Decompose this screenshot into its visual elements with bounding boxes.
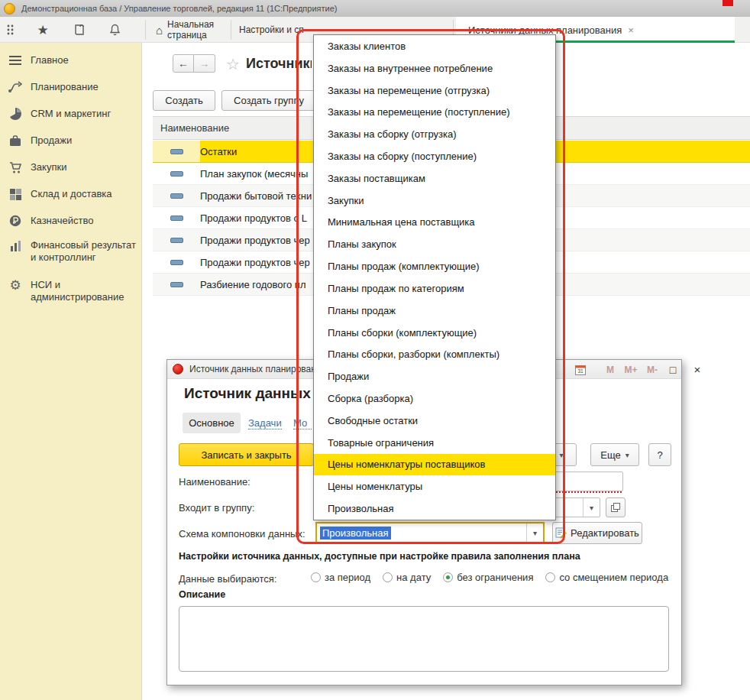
scheme-value: Произвольная <box>320 527 391 540</box>
sidebar-item-crm[interactable]: CRM и маркетинг <box>0 106 142 122</box>
forward-button[interactable]: → <box>194 54 215 73</box>
sidebar-item-planning[interactable]: Планирование <box>0 79 142 95</box>
name-field-label: Наименование: <box>179 476 251 488</box>
dropdown-item[interactable]: Произвольная <box>314 497 555 520</box>
description-label: Описание <box>179 589 225 600</box>
forward-arrow-icon: → <box>199 57 210 70</box>
dropdown-item-highlighted[interactable]: Цены номенклатуры поставщиков <box>314 454 555 476</box>
dropdown-item[interactable]: Заказы на сборку (поступление) <box>314 145 555 167</box>
calendar-icon[interactable]: 31 <box>574 362 587 377</box>
help-button[interactable]: ? <box>648 443 671 466</box>
sidebar-item-admin[interactable]: ⚙ НСИ и администрирование <box>0 277 142 303</box>
create-button[interactable]: Создать <box>153 90 215 111</box>
sections-sidebar: Главное Планирование CRM и маркетинг Про… <box>0 43 142 700</box>
data-source-icon <box>170 238 183 243</box>
cart-icon <box>8 160 23 175</box>
more-actions-button[interactable]: Еще ▾ <box>590 443 639 466</box>
dropdown-item[interactable]: Закупки <box>314 190 555 212</box>
scheme-combobox[interactable]: Произвольная ▾ <box>315 522 545 544</box>
description-textarea[interactable] <box>179 606 669 672</box>
data-source-icon <box>170 171 183 177</box>
data-select-label: Данные выбираются: <box>179 573 276 585</box>
dropdown-item[interactable]: Свободные остатки <box>314 410 555 432</box>
dialog-tab-main[interactable]: Основное <box>183 413 241 433</box>
dropdown-item[interactable]: Планы закупок <box>314 233 555 255</box>
memory-m-minus-button[interactable]: M- <box>642 362 662 377</box>
tab-settings-label: Настройки и сп <box>239 24 304 35</box>
edit-scheme-button[interactable]: Редактировать <box>552 522 642 544</box>
dropdown-item[interactable]: Заказы на сборку (отгрузка) <box>314 123 555 145</box>
dropdown-item[interactable]: Планы продаж <box>314 300 555 322</box>
tab-home[interactable]: ⌂ Начальная страница <box>148 17 231 43</box>
sidebar-item-treasury[interactable]: Казначейство <box>0 213 142 228</box>
service-menu-icon[interactable] <box>3 21 21 39</box>
radio-со-смещением-периода[interactable]: со смещением периода <box>545 572 668 583</box>
radio-за-период[interactable]: за период <box>311 572 370 583</box>
data-source-icon <box>170 282 183 287</box>
bar-chart-icon <box>8 238 23 253</box>
radio-circle <box>311 572 321 582</box>
sidebar-item-main[interactable]: Главное <box>0 53 142 68</box>
sidebar-item-purchases[interactable]: Закупки <box>0 160 142 175</box>
sidebar-item-sales[interactable]: Продажи <box>0 133 142 148</box>
nav-buttons: ← → <box>173 54 215 73</box>
gear-icon: ⚙ <box>8 277 23 293</box>
caret-down-icon: ▾ <box>626 451 629 459</box>
toolbar-divider <box>145 20 146 40</box>
planning-icon <box>8 79 23 95</box>
memory-m-button[interactable]: M <box>603 362 618 377</box>
dialog-tab-more[interactable]: Мо <box>293 417 312 429</box>
row-label: Остатки <box>200 146 237 157</box>
dots-grid-icon <box>7 24 18 35</box>
sidebar-item-warehouse[interactable]: Склад и доставка <box>0 186 142 202</box>
radio-без-ограничения[interactable]: без ограничения <box>443 572 533 583</box>
dialog-close-button[interactable]: × <box>682 362 713 377</box>
close-button-fragment[interactable] <box>723 0 733 6</box>
radio-circle <box>383 572 393 582</box>
group-dropdown-arrow[interactable]: ▾ <box>583 498 600 517</box>
briefcase-icon <box>8 133 23 148</box>
window-titlebar: Демонстрационная база / Управление торго… <box>0 0 750 17</box>
notifications-bell-icon[interactable] <box>105 21 124 39</box>
svg-text:31: 31 <box>577 368 584 374</box>
favorite-star-icon[interactable]: ☆ <box>226 55 240 73</box>
sidebar-item-finance[interactable]: Финансовый результат и контроллинг <box>0 238 142 264</box>
row-label: Продажи продуктов чер <box>200 235 310 246</box>
back-button[interactable]: ← <box>173 54 194 73</box>
history-icon[interactable] <box>70 21 89 39</box>
data-source-icon <box>170 260 183 265</box>
dropdown-item[interactable]: Сборка (разборка) <box>314 387 555 410</box>
dropdown-item[interactable]: Продажи <box>314 365 555 387</box>
group-open-button[interactable] <box>606 497 626 517</box>
dropdown-item[interactable]: Заказы клиентов <box>314 35 555 57</box>
tab-close-icon[interactable]: × <box>628 24 634 36</box>
tab-home-label: Начальная страница <box>167 19 231 41</box>
scheme-dropdown-arrow[interactable]: ▾ <box>526 523 543 543</box>
dropdown-item[interactable]: Планы продаж по категориям <box>314 277 555 300</box>
row-label: Продажи продуктов с L <box>200 212 307 224</box>
home-icon: ⌂ <box>156 24 163 37</box>
dropdown-item[interactable]: Заказы на перемещение (поступление) <box>314 101 555 123</box>
dropdown-item[interactable]: Заказы поставщикам <box>314 167 555 190</box>
row-label: Продажи бытовой техни <box>200 190 312 202</box>
save-and-close-button[interactable]: Записать и закрыть <box>179 443 314 466</box>
dropdown-item[interactable]: Заказы на внутреннее потребление <box>314 57 555 79</box>
create-group-button[interactable]: Создать группу <box>221 90 316 111</box>
radio-на-дату[interactable]: на дату <box>383 572 431 583</box>
dropdown-item[interactable]: Планы сборки (комплектующие) <box>314 322 555 344</box>
dropdown-item[interactable]: Минимальная цена поставщика <box>314 212 555 234</box>
maximize-button[interactable]: □ <box>665 362 680 377</box>
dialog-tab-tasks[interactable]: Задачи <box>248 417 282 429</box>
dropdown-item[interactable]: Заказы на перемещение (отгрузка) <box>314 79 555 102</box>
window-title: Демонстрационная база / Управление торго… <box>21 4 337 13</box>
back-arrow-icon: ← <box>178 57 189 70</box>
dropdown-item[interactable]: Планы сборки, разборки (комплекты) <box>314 343 555 365</box>
grid-boxes-icon <box>8 186 23 202</box>
settings-section-header: Настройки источника данных, доступные пр… <box>179 551 580 562</box>
dropdown-item[interactable]: Товарные ограничения <box>314 432 555 454</box>
radio-circle <box>545 572 555 582</box>
dropdown-item[interactable]: Планы продаж (комплектующие) <box>314 255 555 277</box>
memory-m-plus-button[interactable]: M+ <box>621 362 641 377</box>
favorites-star-icon[interactable]: ★ <box>34 21 52 39</box>
dropdown-item[interactable]: Цены номенклатуры <box>314 475 555 497</box>
